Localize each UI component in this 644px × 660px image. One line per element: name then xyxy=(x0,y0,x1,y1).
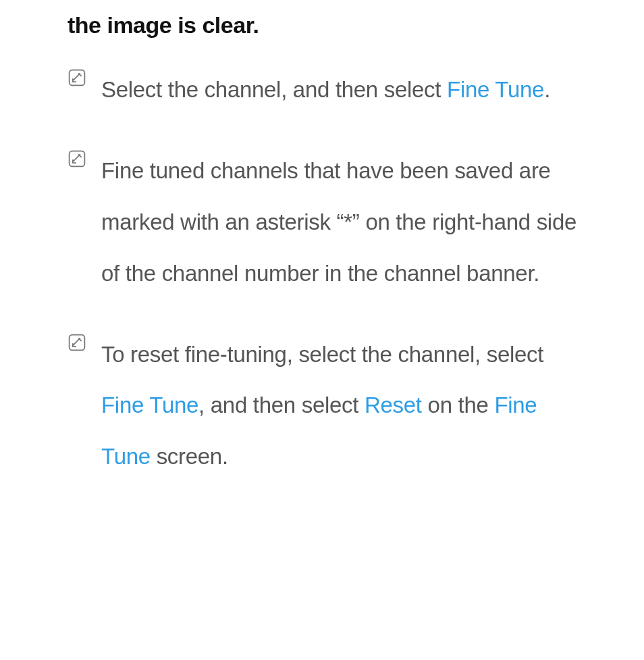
note-text: To reset fine-tuning, select the channel… xyxy=(101,329,583,483)
note-text: Select the channel, and then select Fine… xyxy=(101,64,550,116)
note-icon xyxy=(68,333,86,352)
note-list: Select the channel, and then select Fine… xyxy=(68,64,583,482)
note-text-fragment: . xyxy=(544,77,550,102)
note-text-fragment: To reset fine-tuning, select the channel… xyxy=(101,342,543,367)
svg-rect-2 xyxy=(70,334,85,350)
note-item: Select the channel, and then select Fine… xyxy=(68,64,583,116)
svg-rect-1 xyxy=(70,151,85,167)
svg-rect-0 xyxy=(70,70,85,86)
note-text-fragment: on the xyxy=(422,392,495,417)
note-item: Fine tuned channels that have been saved… xyxy=(68,145,583,299)
note-item: To reset fine-tuning, select the channel… xyxy=(68,329,583,483)
note-icon xyxy=(68,149,86,168)
note-text-fragment: screen. xyxy=(151,444,228,469)
note-icon xyxy=(68,68,86,87)
note-text: Fine tuned channels that have been saved… xyxy=(101,145,583,299)
ui-term: Reset xyxy=(365,392,422,417)
note-text-fragment: Select the channel, and then select xyxy=(101,77,447,102)
ui-term: Fine Tune xyxy=(447,77,544,102)
page-heading-fragment: the image is clear. xyxy=(68,12,583,39)
note-text-fragment: , and then select xyxy=(198,392,365,417)
page-container: the image is clear. Select the channel, … xyxy=(0,0,644,509)
note-text-fragment: Fine tuned channels that have been saved… xyxy=(101,158,576,286)
ui-term: Fine Tune xyxy=(101,392,198,417)
